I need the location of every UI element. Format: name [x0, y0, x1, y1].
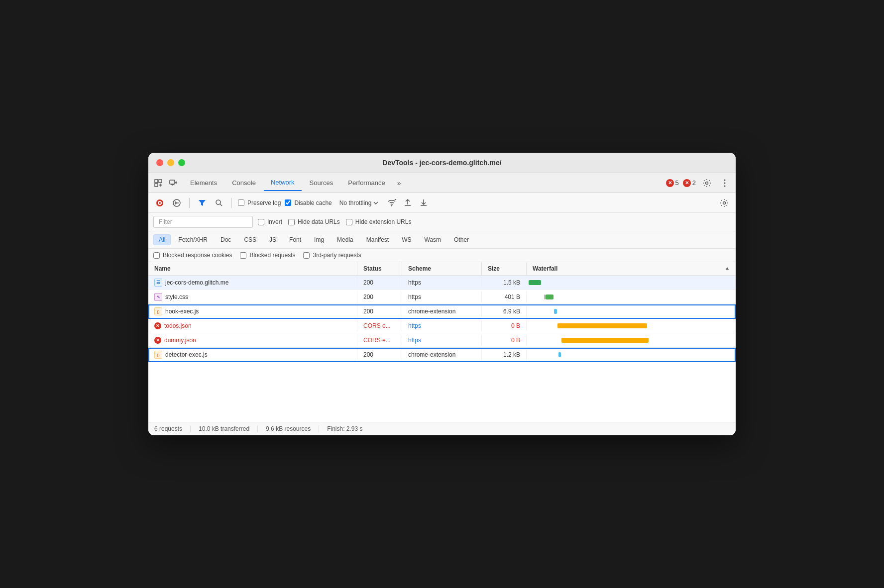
error-file-icon-2: ✕: [154, 337, 161, 344]
col-size[interactable]: Size: [482, 262, 527, 275]
row-status: 200: [357, 277, 402, 288]
third-party-checkbox[interactable]: 3rd-party requests: [303, 252, 361, 259]
blocked-requests-checkbox[interactable]: Blocked requests: [240, 252, 295, 259]
invert-input[interactable]: [258, 219, 264, 225]
record-button[interactable]: [153, 196, 166, 209]
filter-button[interactable]: [196, 196, 209, 209]
col-name[interactable]: Name: [148, 262, 357, 275]
type-font-button[interactable]: Font: [284, 234, 307, 245]
blocked-requests-input[interactable]: [240, 252, 246, 259]
type-doc-button[interactable]: Doc: [215, 234, 236, 245]
devtools-body: Elements Console Network Sources Perform…: [148, 173, 736, 435]
throttle-selector[interactable]: No throttling: [336, 197, 382, 208]
error-icon-1: ✕: [666, 179, 674, 187]
clear-button[interactable]: [170, 196, 183, 209]
preserve-log-checkbox[interactable]: Preserve log: [238, 199, 281, 206]
wifi-icon[interactable]: [386, 197, 398, 209]
html-file-icon: ☰: [154, 279, 162, 287]
col-status[interactable]: Status: [357, 262, 402, 275]
disable-cache-input[interactable]: [285, 199, 291, 206]
filter-input[interactable]: [153, 216, 253, 228]
type-wasm-button[interactable]: Wasm: [419, 234, 447, 245]
waterfall-bar: [558, 352, 561, 357]
table-row[interactable]: {} detector-exec.js 200 chrome-extension…: [148, 348, 736, 362]
third-party-input[interactable]: [303, 252, 310, 259]
window-title: DevTools - jec-cors-demo.glitch.me/: [382, 159, 501, 167]
row-waterfall: [527, 319, 736, 333]
tab-sources[interactable]: Sources: [303, 175, 340, 191]
hide-ext-urls-input[interactable]: [346, 219, 352, 225]
table-row[interactable]: ☰ jec-cors-demo.glitch.me 200 https 1.5 …: [148, 276, 736, 290]
type-js-button[interactable]: JS: [264, 234, 282, 245]
hide-data-urls-checkbox[interactable]: Hide data URLs: [288, 218, 340, 225]
minimize-button[interactable]: [167, 159, 174, 166]
tab-right-actions: ✕ 5 ✕ 2: [666, 176, 732, 190]
table-row[interactable]: ✕ dummy.json CORS e... https 0 B: [148, 333, 736, 348]
search-button[interactable]: [213, 196, 225, 209]
hide-data-urls-input[interactable]: [288, 219, 295, 225]
hide-ext-urls-checkbox[interactable]: Hide extension URLs: [346, 218, 412, 225]
sort-icon: [725, 266, 730, 271]
svg-point-27: [723, 201, 726, 204]
tab-elements[interactable]: Elements: [183, 175, 224, 191]
waterfall-bar: [561, 338, 649, 343]
blocked-cookies-input[interactable]: [153, 252, 160, 259]
error-badge-1[interactable]: ✕ 5: [666, 179, 679, 187]
css-file-icon: ✎: [154, 293, 162, 301]
error-badge-2[interactable]: ✕ 2: [683, 179, 696, 187]
table-row[interactable]: {} hook-exec.js 200 chrome-extension 6.9…: [148, 304, 736, 319]
type-fetch-xhr-button[interactable]: Fetch/XHR: [173, 234, 213, 245]
type-ws-button[interactable]: WS: [396, 234, 417, 245]
tab-performance[interactable]: Performance: [341, 175, 392, 191]
row-name: ✎ style.css: [148, 291, 357, 303]
row-status: 200: [357, 292, 402, 302]
row-size: 1.2 kB: [482, 349, 527, 360]
table-row[interactable]: ✕ todos.json CORS e... https 0 B: [148, 319, 736, 333]
status-bar: 6 requests 10.0 kB transferred 9.6 kB re…: [148, 422, 736, 435]
maximize-button[interactable]: [178, 159, 185, 166]
blocked-cookies-checkbox[interactable]: Blocked response cookies: [153, 252, 232, 259]
disable-cache-checkbox[interactable]: Disable cache: [285, 199, 332, 206]
filter-bar: Invert Hide data URLs Hide extension URL…: [148, 213, 736, 231]
row-size: 401 B: [482, 292, 527, 302]
device-icon[interactable]: [167, 177, 179, 189]
type-media-button[interactable]: Media: [332, 234, 359, 245]
extra-filters: Blocked response cookies Blocked request…: [148, 249, 736, 262]
type-manifest-button[interactable]: Manifest: [361, 234, 394, 245]
preserve-log-input[interactable]: [238, 199, 244, 206]
svg-point-10: [706, 182, 708, 184]
waterfall-bar: [529, 280, 541, 285]
tab-console[interactable]: Console: [225, 175, 263, 191]
row-status: CORS e...: [357, 335, 402, 346]
tab-bar: Elements Console Network Sources Perform…: [148, 173, 736, 193]
type-css-button[interactable]: CSS: [238, 234, 262, 245]
network-toolbar: Preserve log Disable cache No throttling: [148, 193, 736, 213]
more-options-icon[interactable]: [718, 176, 732, 190]
settings-icon[interactable]: [700, 176, 714, 190]
tab-network[interactable]: Network: [264, 175, 302, 191]
type-other-button[interactable]: Other: [448, 234, 474, 245]
svg-point-22: [216, 200, 221, 204]
export-icon[interactable]: [418, 197, 430, 209]
js-file-icon: {}: [154, 307, 162, 315]
row-waterfall: [527, 290, 736, 304]
col-scheme[interactable]: Scheme: [402, 262, 482, 275]
col-waterfall[interactable]: Waterfall: [527, 262, 736, 275]
svg-line-23: [220, 204, 222, 206]
table-row[interactable]: ✎ style.css 200 https 401 B: [148, 290, 736, 304]
tab-more-button[interactable]: »: [393, 177, 405, 189]
invert-checkbox[interactable]: Invert: [258, 218, 282, 225]
svg-rect-2: [159, 180, 162, 183]
chevron-down-icon: [373, 201, 378, 204]
row-name: {} hook-exec.js: [148, 305, 357, 317]
close-button[interactable]: [156, 159, 163, 166]
type-img-button[interactable]: Img: [309, 234, 330, 245]
error-icon-2: ✕: [683, 179, 691, 187]
row-name: ✕ dummy.json: [148, 335, 357, 346]
network-settings-icon[interactable]: [718, 196, 731, 209]
import-icon[interactable]: [402, 197, 414, 209]
row-status: 200: [357, 306, 402, 317]
inspect-icon[interactable]: [152, 177, 164, 189]
type-all-button[interactable]: All: [153, 234, 171, 245]
row-waterfall: [527, 304, 736, 318]
